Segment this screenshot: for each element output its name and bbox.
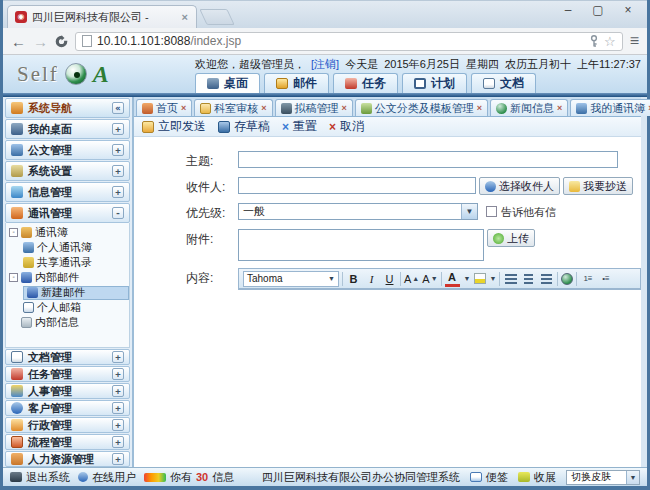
- underline-button[interactable]: U: [382, 271, 397, 287]
- window-close-button[interactable]: ×: [613, 1, 643, 19]
- font-family-select[interactable]: Tahoma ▼: [243, 271, 339, 287]
- tab-close-icon[interactable]: ×: [342, 103, 347, 113]
- tab-close-icon[interactable]: ×: [261, 103, 266, 113]
- highlight-color-button[interactable]: [474, 273, 486, 284]
- tree-item-personal-addressbook[interactable]: 个人通讯簿: [9, 240, 129, 255]
- align-right-button[interactable]: [539, 271, 554, 287]
- address-bar[interactable]: 10.10.1.101:8088/index.jsp ☆: [75, 32, 623, 51]
- unordered-list-button[interactable]: •≡: [598, 271, 613, 287]
- cancel-button[interactable]: × 取消: [329, 118, 364, 135]
- tab-home[interactable]: 首页 ×: [136, 99, 192, 116]
- font-color-button[interactable]: A: [445, 271, 460, 287]
- nav-tab-desktop[interactable]: 桌面: [195, 73, 260, 93]
- reset-button[interactable]: × 重置: [282, 118, 317, 135]
- expand-icon[interactable]: +: [112, 419, 124, 431]
- sidebar-group-task-mgmt[interactable]: 任务管理 +: [5, 366, 130, 382]
- expand-icon[interactable]: +: [112, 436, 124, 448]
- browser-tab[interactable]: ◉ 四川巨网科技有限公司 - ×: [7, 5, 197, 28]
- collapse-panel-button[interactable]: 收展: [518, 470, 556, 485]
- logout-link[interactable]: [注销]: [311, 57, 339, 72]
- expand-icon[interactable]: +: [112, 351, 124, 363]
- chevron-down-icon[interactable]: ▼: [464, 275, 471, 282]
- memo-button[interactable]: 便签: [470, 470, 508, 485]
- priority-select[interactable]: 一般 ▼: [238, 203, 478, 220]
- recipient-input[interactable]: [238, 177, 476, 194]
- editor-content-area[interactable]: [238, 289, 641, 290]
- sidebar-group-my-desktop[interactable]: 我的桌面 +: [5, 119, 130, 139]
- password-key-icon[interactable]: [589, 35, 599, 47]
- ordered-list-button[interactable]: 1≡: [580, 271, 595, 287]
- cc-button[interactable]: 我要抄送: [563, 177, 633, 195]
- attachment-list-box[interactable]: [238, 229, 484, 261]
- expand-icon[interactable]: +: [112, 368, 124, 380]
- bookmark-star-icon[interactable]: ☆: [604, 34, 616, 49]
- window-maximize-button[interactable]: ▢: [583, 1, 613, 19]
- tab-dept-review[interactable]: 科室审核 ×: [194, 99, 272, 116]
- increase-font-button[interactable]: A▲: [404, 271, 419, 287]
- tab-close-icon[interactable]: ×: [181, 11, 189, 23]
- sidebar-group-info-mgmt[interactable]: 信息管理 +: [5, 182, 130, 202]
- tree-collapse-icon[interactable]: -: [9, 273, 18, 282]
- nav-tab-tasks[interactable]: 任务: [333, 73, 398, 93]
- sidebar-group-system-settings[interactable]: 系统设置 +: [5, 161, 130, 181]
- italic-button[interactable]: I: [364, 271, 379, 287]
- align-center-button[interactable]: [521, 271, 536, 287]
- window-minimize-button[interactable]: –: [553, 1, 583, 19]
- new-tab-button[interactable]: [199, 9, 234, 25]
- expand-icon[interactable]: +: [112, 402, 124, 414]
- tab-news-info[interactable]: 新闻信息 ×: [490, 99, 568, 116]
- nav-tab-plans[interactable]: 计划: [402, 73, 467, 93]
- tree-collapse-icon[interactable]: -: [9, 228, 18, 237]
- online-users-button[interactable]: 在线用户: [78, 470, 136, 485]
- sidebar-group-hr-personnel[interactable]: 人事管理 +: [5, 383, 130, 399]
- tree-item-internal-info[interactable]: 内部信息: [9, 315, 129, 330]
- insert-image-icon[interactable]: [561, 273, 573, 285]
- notify-checkbox[interactable]: [486, 206, 497, 217]
- sidebar-group-hr-resources[interactable]: 人力资源管理 +: [5, 451, 130, 467]
- expand-icon[interactable]: +: [112, 385, 124, 397]
- forward-icon[interactable]: →: [33, 33, 48, 50]
- chevron-down-icon[interactable]: ▼: [490, 275, 497, 282]
- subject-input[interactable]: [238, 151, 618, 168]
- bold-button[interactable]: B: [346, 271, 361, 287]
- collapse-group-icon[interactable]: -: [112, 207, 124, 219]
- back-icon[interactable]: ←: [11, 33, 26, 50]
- expand-icon[interactable]: +: [112, 453, 124, 465]
- expand-icon[interactable]: +: [112, 144, 124, 156]
- upload-button[interactable]: 上传: [487, 229, 535, 247]
- tree-item-shared-contacts[interactable]: 共享通讯录: [9, 255, 129, 270]
- nav-tab-mail[interactable]: 邮件: [264, 73, 329, 93]
- refresh-icon[interactable]: [55, 35, 68, 48]
- tree-item-personal-mailbox[interactable]: 个人邮箱: [9, 300, 129, 315]
- align-left-button[interactable]: [503, 271, 518, 287]
- expand-icon[interactable]: +: [112, 165, 124, 177]
- sidebar-group-official-docs[interactable]: 公文管理 +: [5, 140, 130, 160]
- choose-recipient-button[interactable]: 选择收件人: [479, 177, 560, 195]
- skin-switch-select[interactable]: 切换皮肤 ▼: [566, 470, 640, 485]
- sidebar-collapse-icon[interactable]: «: [112, 102, 124, 114]
- globe-icon: [496, 103, 507, 114]
- exit-system-button[interactable]: 退出系统: [10, 470, 70, 485]
- messages-status[interactable]: 你有30信息: [144, 470, 234, 485]
- tree-item-new-mail[interactable]: 新建邮件: [9, 285, 129, 300]
- sidebar-group-workflow-mgmt[interactable]: 流程管理 +: [5, 434, 130, 450]
- nav-tab-documents[interactable]: 文档: [471, 73, 536, 93]
- tree-node-internal-mail[interactable]: - 内部邮件: [9, 270, 129, 285]
- sidebar-group-customer-mgmt[interactable]: 客户管理 +: [5, 400, 130, 416]
- tab-doc-category-template[interactable]: 公文分类及模板管理 ×: [355, 99, 488, 116]
- sidebar-group-admin-mgmt[interactable]: 行政管理 +: [5, 417, 130, 433]
- sidebar-group-doc-mgmt[interactable]: 文档管理 +: [5, 349, 130, 365]
- tab-draft-mgmt[interactable]: 拟稿管理 ×: [275, 99, 353, 116]
- expand-icon[interactable]: +: [112, 123, 124, 135]
- sidebar-group-comm-mgmt[interactable]: 通讯管理 -: [5, 203, 130, 223]
- save-draft-button[interactable]: 存草稿: [218, 118, 270, 135]
- tab-close-icon[interactable]: ×: [181, 103, 186, 113]
- send-now-button[interactable]: 立即发送: [142, 118, 206, 135]
- tab-my-addressbook[interactable]: 我的通讯簿 ×: [570, 99, 650, 116]
- decrease-font-button[interactable]: A▼: [422, 271, 437, 287]
- expand-icon[interactable]: +: [112, 186, 124, 198]
- tree-node-addressbook[interactable]: - 通讯簿: [9, 225, 129, 240]
- tab-close-icon[interactable]: ×: [477, 103, 482, 113]
- tab-close-icon[interactable]: ×: [557, 103, 562, 113]
- browser-menu-icon[interactable]: ≡: [630, 32, 639, 50]
